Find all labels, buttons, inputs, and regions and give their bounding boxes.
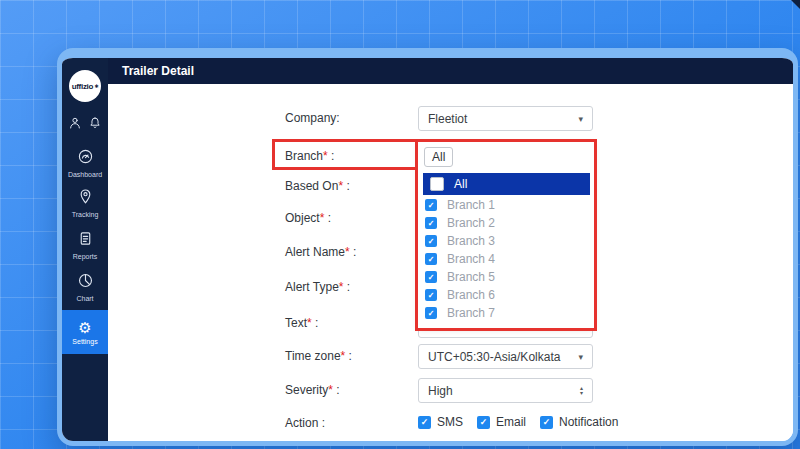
branch-dropdown-panel: All All ✓ Branch 1 ✓ Branch 2 ✓ Branch 3 [418,142,594,328]
severity-label: Severity* : [285,382,340,398]
sidebar-item-label: Reports [73,253,98,260]
gauge-icon [77,148,94,169]
sidebar-item-dashboard[interactable]: Dashboard [62,148,108,178]
branch-label: Branch* : [285,148,334,164]
email-checkbox[interactable]: ✓ [477,416,490,429]
sidebar-item-label: Dashboard [68,171,102,178]
branch-option[interactable]: ✓ Branch 6 [418,286,594,304]
sidebar-item-settings[interactable]: ⚙ Settings [62,310,108,354]
bell-icon[interactable] [88,115,102,131]
notification-checkbox[interactable]: ✓ [540,416,553,429]
chevron-down-icon: ▾ [578,352,583,362]
sms-checkbox[interactable]: ✓ [418,416,431,429]
branch-checkbox[interactable]: ✓ [425,235,437,247]
all-checkbox[interactable] [430,177,444,191]
alert-name-label: Alert Name* : [285,244,356,260]
sidebar-top-icons [62,115,108,131]
action-label: Action : [285,415,325,431]
pie-chart-icon [77,272,94,293]
map-pin-icon [77,188,94,209]
company-label: Company: [285,110,340,126]
action-email: ✓ Email [477,415,526,429]
branch-checkbox[interactable]: ✓ [425,271,437,283]
sidebar-item-reports[interactable]: Reports [62,230,108,260]
branch-option-all[interactable]: All [423,173,590,195]
branch-option[interactable]: ✓ Branch 1 [418,196,594,214]
branch-option[interactable]: ✓ Branch 5 [418,268,594,286]
action-notification: ✓ Notification [540,415,618,429]
branch-selected-chip[interactable]: All [424,147,453,167]
branch-checkbox[interactable]: ✓ [425,199,437,211]
sidebar-item-tracking[interactable]: Tracking [62,188,108,218]
up-down-stepper-icon: ▴▾ [580,386,583,396]
background-corner-wedge [791,0,800,9]
branch-checkbox[interactable]: ✓ [425,253,437,265]
app-window: uffizio ✱ [57,48,798,446]
gear-icon: ⚙ [78,320,91,336]
logo-mark-icon: ✱ [94,83,98,89]
sidebar-item-label: Settings [72,338,97,345]
object-label: Object* : [285,210,331,226]
based-on-label: Based On* : [285,178,350,194]
branch-option[interactable]: ✓ Branch 7 [418,304,594,322]
severity-select[interactable]: High ▴▾ [418,378,593,403]
user-icon[interactable] [68,115,82,131]
text-label: Text* : [285,315,318,331]
branch-checkbox[interactable]: ✓ [425,307,437,319]
desktop-background: uffizio ✱ [0,0,800,449]
titlebar: Trailer Detail [108,58,793,84]
action-checkbox-group: ✓ SMS ✓ Email ✓ Notification [418,415,618,429]
logo-text: uffizio [72,82,93,91]
page-title: Trailer Detail [122,64,194,78]
branch-option[interactable]: ✓ Branch 4 [418,250,594,268]
action-sms: ✓ SMS [418,415,463,429]
branch-option[interactable]: ✓ Branch 3 [418,232,594,250]
branch-option[interactable]: ✓ Branch 2 [418,214,594,232]
alert-type-label: Alert Type* : [285,279,350,295]
chevron-down-icon: ▾ [578,114,583,124]
branch-checkbox[interactable]: ✓ [425,217,437,229]
uffizio-logo: uffizio ✱ [69,70,101,102]
company-select[interactable]: Fleetiot ▾ [418,106,593,131]
branch-checkbox[interactable]: ✓ [425,289,437,301]
time-zone-label: Time zone* : [285,348,352,364]
form-panel: Company: Fleetiot ▾ Branch* : Based On* … [108,84,793,441]
sidebar-item-chart[interactable]: Chart [62,272,108,302]
document-icon [77,230,94,251]
sidebar-item-label: Tracking [72,211,99,218]
sidebar-item-label: Chart [76,295,93,302]
sidebar: uffizio ✱ [62,58,108,441]
time-zone-select[interactable]: UTC+05:30-Asia/Kolkata ▾ [418,344,593,369]
